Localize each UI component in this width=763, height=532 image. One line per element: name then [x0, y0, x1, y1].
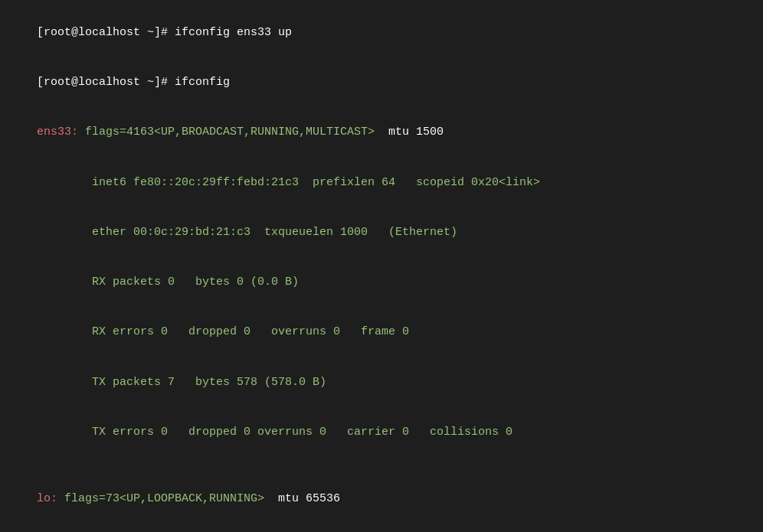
terminal: [root@localhost ~]# ifconfig ens33 up [r…	[0, 0, 763, 532]
iface-ens33-header: ens33: flags=4163<UP,BROADCAST,RUNNING,M…	[9, 108, 754, 158]
cmd-line-2: [root@localhost ~]# ifconfig	[9, 57, 754, 107]
ens33-tx-packets: TX packets 7 bytes 578 (578.0 B)	[9, 357, 754, 407]
cmd-line-1: [root@localhost ~]# ifconfig ens33 up	[9, 8, 754, 57]
ens33-rx-packets: RX packets 0 bytes 0 (0.0 B)	[9, 257, 754, 307]
ens33-inet6: inet6 fe80::20c:29ff:febd:21c3 prefixlen…	[9, 158, 754, 207]
empty-line-1	[9, 457, 754, 474]
ens33-ether: ether 00:0c:29:bd:21:c3 txqueuelen 1000 …	[9, 207, 754, 257]
lo-inet: inet 127.0.0.1 netmask 255.0.0.0	[9, 524, 754, 532]
ens33-tx-errors: TX errors 0 dropped 0 overruns 0 carrier…	[9, 407, 754, 457]
ens33-rx-errors: RX errors 0 dropped 0 overruns 0 frame 0	[9, 308, 754, 357]
iface-lo-header: lo: flags=73<UP,LOOPBACK,RUNNING> mtu 65…	[9, 474, 754, 524]
